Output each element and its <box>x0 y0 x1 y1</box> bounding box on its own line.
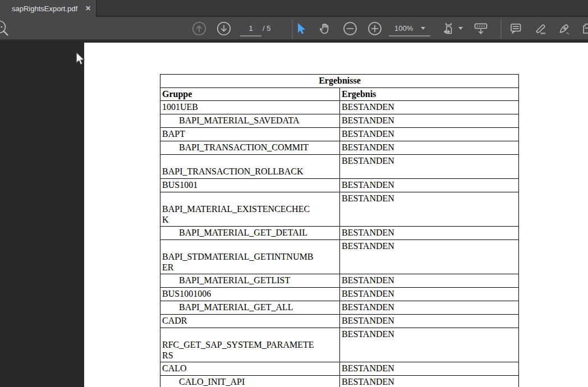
result-cell: BESTANDEN <box>340 227 519 240</box>
table-title: Ergebnisse <box>160 75 519 88</box>
zoom-select-underline <box>389 35 430 36</box>
group-cell: BUS1001006 <box>160 288 340 301</box>
page-input-underline <box>240 35 261 36</box>
result-cell: BESTANDEN <box>340 101 519 114</box>
table-title-row: Ergebnisse <box>160 75 519 88</box>
group-cell: BAPI_MATERIAL_GET_ALL <box>160 301 340 315</box>
table-header-row: Gruppe Ergebnis <box>160 88 519 101</box>
pdf-viewer-window: sapRightsExport.pdf ✕ <box>0 0 588 387</box>
stamp-icon[interactable] <box>581 21 588 36</box>
group-cell: RFC_GET_SAP_SYSTEM_PARAMETERS <box>160 328 340 362</box>
table-body: 1001UEBBESTANDENBAPI_MATERIAL_SAVEDATABE… <box>160 101 519 387</box>
result-cell: BESTANDEN <box>340 301 519 315</box>
zoom-in-button[interactable] <box>368 21 382 36</box>
tab-title: sapRightsExport.pdf <box>0 4 82 13</box>
table-row: CALOBESTANDEN <box>160 362 519 376</box>
group-cell: CADR <box>160 315 340 328</box>
group-cell: BAPI_MATERIAL_SAVEDATA <box>160 114 340 128</box>
group-cell: BUS1001 <box>160 179 340 192</box>
table-row: BAPI_STDMATERIAL_GETINTNUMBERBESTANDEN <box>160 240 519 274</box>
toolbar-collapse-icon[interactable] <box>472 21 489 36</box>
zoom-out-button[interactable] <box>343 21 357 36</box>
page-count-label: / 5 <box>263 24 270 33</box>
hand-tool-icon[interactable] <box>318 21 333 36</box>
table-row: BAPI_MATERIAL_EXISTENCECHECKBESTANDEN <box>160 192 519 227</box>
result-cell: BESTANDEN <box>340 155 519 179</box>
group-cell: BAPI_MATERIAL_GETLIST <box>160 274 340 288</box>
pdf-toolbar: 1 / 5 <box>0 17 588 41</box>
table-row: CADRBESTANDEN <box>160 315 519 328</box>
table-row: BAPI_MATERIAL_GET_ALLBESTANDEN <box>160 301 519 315</box>
viewer-content[interactable]: Ergebnisse Gruppe Ergebnis 1001UEBBESTAN… <box>0 43 588 387</box>
pdf-page[interactable]: Ergebnisse Gruppe Ergebnis 1001UEBBESTAN… <box>84 43 588 387</box>
group-cell: BAPI_STDMATERIAL_GETINTNUMBER <box>160 240 340 274</box>
fit-width-icon[interactable] <box>442 21 457 36</box>
toolbar-separator <box>500 19 502 39</box>
table-row: RFC_GET_SAP_SYSTEM_PARAMETERSBESTANDEN <box>160 328 519 362</box>
group-cell: BAPI_TRANSACTION_ROLLBACK <box>160 155 340 179</box>
result-cell: BESTANDEN <box>340 128 519 141</box>
results-table: Ergebnisse Gruppe Ergebnis 1001UEBBESTAN… <box>160 74 519 387</box>
group-cell: BAPI_TRANSACTION_COMMIT <box>160 141 340 155</box>
table-row: CALO_INIT_APIBESTANDEN <box>160 376 519 387</box>
table-row: BAPI_MATERIAL_GETLISTBESTANDEN <box>160 274 519 288</box>
result-cell: BESTANDEN <box>340 274 519 288</box>
page-down-button[interactable] <box>217 21 231 36</box>
tab-bar: sapRightsExport.pdf ✕ <box>0 0 588 17</box>
table-row: BAPI_MATERIAL_SAVEDATABESTANDEN <box>160 114 519 128</box>
toolbar-separator <box>292 19 293 39</box>
select-tool-icon[interactable] <box>293 21 308 36</box>
group-cell: CALO_INIT_API <box>160 376 340 387</box>
result-cell: BESTANDEN <box>340 114 519 128</box>
pen-icon[interactable] <box>558 21 572 36</box>
column-header-gruppe: Gruppe <box>160 88 340 101</box>
table-row: BAPTBESTANDEN <box>160 128 519 141</box>
group-cell: BAPI_MATERIAL_GET_DETAIL <box>160 227 340 240</box>
result-cell: BESTANDEN <box>340 141 519 155</box>
result-cell: BESTANDEN <box>340 362 519 376</box>
chevron-down-icon <box>458 27 463 30</box>
comment-icon[interactable] <box>508 21 523 36</box>
table-row: BAPI_TRANSACTION_ROLLBACKBESTANDEN <box>160 155 519 179</box>
group-cell: BAPT <box>160 128 340 141</box>
result-cell: BESTANDEN <box>340 328 519 362</box>
highlighter-icon[interactable] <box>533 21 548 36</box>
tab-close-icon[interactable]: ✕ <box>82 4 94 12</box>
result-cell: BESTANDEN <box>340 288 519 301</box>
table-row: BAPI_MATERIAL_GET_DETAILBESTANDEN <box>160 227 519 240</box>
table-row: BUS1001006BESTANDEN <box>160 288 519 301</box>
page-number-input[interactable]: 1 <box>240 24 261 33</box>
chevron-down-icon <box>421 27 425 30</box>
result-cell: BESTANDEN <box>340 192 519 227</box>
table-row: BAPI_TRANSACTION_COMMITBESTANDEN <box>160 141 519 155</box>
mouse-cursor <box>74 51 85 67</box>
result-cell: BESTANDEN <box>340 240 519 274</box>
result-cell: BESTANDEN <box>340 376 519 387</box>
tab-sap-rights-export[interactable]: sapRightsExport.pdf ✕ <box>0 0 97 17</box>
table-row: 1001UEBBESTANDEN <box>160 101 519 114</box>
result-cell: BESTANDEN <box>340 315 519 328</box>
result-cell: BESTANDEN <box>340 179 519 192</box>
page-up-button[interactable] <box>192 21 206 36</box>
search-icon[interactable] <box>0 19 11 39</box>
zoom-level-select[interactable]: 100% <box>394 24 413 33</box>
group-cell: 1001UEB <box>160 101 340 114</box>
table-row: BUS1001BESTANDEN <box>160 179 519 192</box>
group-cell: CALO <box>160 362 340 376</box>
column-header-ergebnis: Ergebnis <box>340 88 519 101</box>
group-cell: BAPI_MATERIAL_EXISTENCECHECK <box>160 192 340 227</box>
